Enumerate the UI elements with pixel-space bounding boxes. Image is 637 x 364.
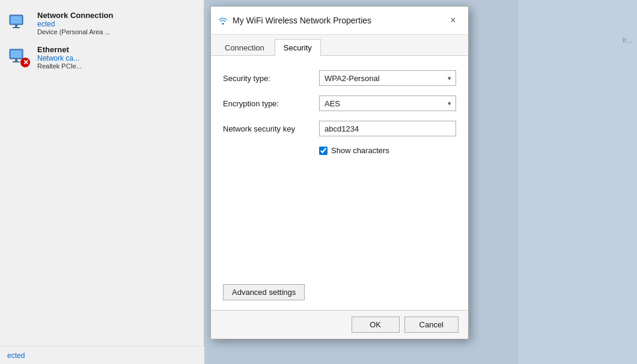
bg-network-sub-2: Realtek PCIe... — [37, 62, 82, 70]
svg-rect-7 — [13, 61, 20, 62]
security-type-select[interactable]: Open WEP WPA2-Personal WPA3-Personal — [319, 70, 456, 86]
bg-network-item-1: Network Connection ected Device (Persona… — [0, 6, 204, 40]
dialog-body: Security type: Open WEP WPA2-Personal WP… — [211, 56, 468, 284]
ok-button[interactable]: OK — [352, 317, 400, 333]
dialog-title: My WiFi Wireless Network Properties — [218, 16, 371, 25]
dialog-title-text: My WiFi Wireless Network Properties — [233, 16, 371, 25]
wifi-properties-dialog: My WiFi Wireless Network Properties × Co… — [210, 6, 469, 339]
security-type-row: Security type: Open WEP WPA2-Personal WP… — [223, 70, 456, 86]
bg-network-sub-1: Device (Personal Area ... — [37, 28, 113, 35]
network-key-label: Network security key — [223, 124, 319, 133]
encryption-type-select-wrapper: AES TKIP — [319, 96, 456, 111]
ethernet-icon: ✕ — [7, 46, 31, 70]
network-key-input[interactable] — [319, 121, 456, 136]
bg-network-text-2: Ethernet Network ca... Realtek PCIe... — [37, 45, 82, 70]
encryption-type-row: Encryption type: AES TKIP — [223, 96, 456, 111]
dialog-tabs: Connection Security — [211, 35, 468, 56]
network-key-row: Network security key — [223, 121, 456, 136]
bg-statusbar-text: ected — [7, 351, 25, 360]
svg-rect-6 — [15, 59, 17, 61]
advanced-settings-area: Advanced settings — [211, 284, 468, 310]
dialog-titlebar: My WiFi Wireless Network Properties × — [211, 7, 468, 35]
show-characters-label[interactable]: Show characters — [331, 146, 389, 155]
encryption-type-label: Encryption type: — [223, 99, 319, 108]
background-panel: Network Connection ected Device (Persona… — [0, 0, 204, 364]
svg-rect-2 — [15, 25, 17, 27]
svg-rect-1 — [11, 16, 22, 23]
tab-security[interactable]: Security — [275, 39, 321, 56]
cancel-button[interactable]: Cancel — [404, 317, 459, 333]
advanced-settings-button[interactable]: Advanced settings — [223, 284, 305, 300]
bg-network-name-2: Ethernet — [37, 45, 82, 54]
bg-network-text-1: Network Connection ected Device (Persona… — [37, 11, 113, 35]
bg-network-status-1: ected — [37, 20, 113, 28]
bg-network-item-2: ✕ Ethernet Network ca... Realtek PCIe... — [0, 40, 204, 74]
network-key-input-wrapper — [319, 121, 456, 136]
wifi-icon — [218, 16, 228, 25]
svg-rect-3 — [13, 27, 20, 28]
security-type-label: Security type: — [223, 74, 319, 83]
show-characters-row: Show characters — [319, 146, 456, 155]
dialog-footer: OK Cancel — [211, 310, 468, 339]
bg-network-name-1: Network Connection — [37, 11, 113, 20]
svg-text:✕: ✕ — [23, 58, 29, 67]
security-type-select-wrapper: Open WEP WPA2-Personal WPA3-Personal — [319, 70, 456, 86]
bg-right-text: ir... — [623, 36, 632, 44]
tab-connection[interactable]: Connection — [216, 39, 273, 56]
svg-rect-5 — [11, 50, 22, 58]
dialog-close-button[interactable]: × — [445, 13, 461, 28]
network-computer-icon — [7, 11, 31, 35]
encryption-type-select[interactable]: AES TKIP — [319, 96, 456, 111]
bg-network-status-2: Network ca... — [37, 54, 82, 62]
bg-statusbar: ected — [0, 346, 204, 364]
show-characters-checkbox[interactable] — [319, 147, 328, 155]
background-right-panel: ir... — [517, 0, 637, 364]
